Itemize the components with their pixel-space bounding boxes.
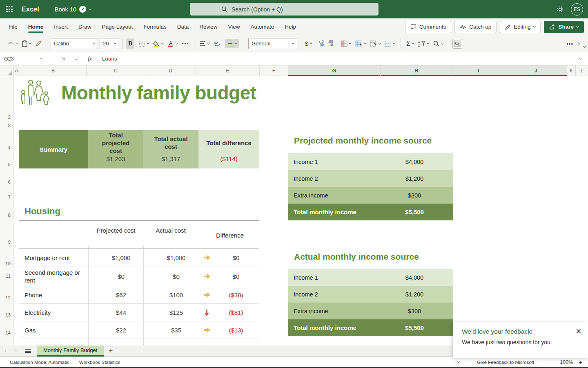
search-input[interactable]: Search (Option + Q) bbox=[190, 3, 379, 16]
column-header-j[interactable]: J bbox=[505, 65, 567, 76]
zoom-level[interactable]: 100% bbox=[560, 359, 573, 365]
income-row[interactable]: Income 1$4,000 bbox=[288, 153, 453, 170]
workbook-statistics-status[interactable]: Workbook Statistics bbox=[79, 360, 120, 365]
editing-mode-button[interactable]: Editing bbox=[500, 21, 541, 33]
sheet-canvas[interactable]: Monthly family budget Summary Total proj… bbox=[13, 76, 588, 346]
close-icon[interactable]: ✕ bbox=[576, 327, 581, 336]
comments-button[interactable]: Comments bbox=[405, 21, 451, 33]
summary-difference-cell[interactable]: Total difference ($114) bbox=[198, 130, 259, 168]
paste-button[interactable] bbox=[20, 39, 33, 49]
font-size-select[interactable]: 20 bbox=[100, 38, 119, 49]
income-total-row[interactable]: Total monthly income$5,500 bbox=[288, 319, 453, 336]
number-format-select[interactable]: General bbox=[248, 38, 297, 49]
tab-insert[interactable]: Insert bbox=[49, 18, 73, 35]
account-avatar[interactable]: ES bbox=[571, 3, 583, 16]
share-button[interactable]: Share bbox=[544, 21, 584, 33]
row-header-5[interactable]: 5 bbox=[8, 162, 11, 167]
name-box[interactable]: G23 bbox=[0, 52, 53, 65]
projected-income-table[interactable]: Income 1$4,000 Income 2$1,200 Extra inco… bbox=[288, 153, 453, 220]
row-header-14[interactable]: 14 bbox=[5, 330, 11, 335]
row-header-9[interactable]: 9 bbox=[8, 240, 11, 245]
tab-home[interactable]: Home bbox=[23, 18, 49, 35]
fill-color-button[interactable] bbox=[151, 39, 165, 49]
settings-gear-icon[interactable] bbox=[556, 5, 564, 13]
merge-center-button[interactable] bbox=[225, 39, 239, 48]
insert-table-button[interactable] bbox=[383, 39, 397, 49]
borders-button[interactable] bbox=[137, 39, 151, 49]
summary-actual-cell[interactable]: Total actual cost $1,317 bbox=[143, 130, 198, 168]
font-name-select[interactable]: Calibri bbox=[51, 38, 98, 49]
format-painter-button[interactable] bbox=[33, 39, 44, 49]
prev-sheet-icon[interactable] bbox=[4, 349, 7, 352]
row-header-7[interactable]: 7 bbox=[8, 195, 11, 200]
housing-row[interactable]: Gas $22 $35 ($13) bbox=[19, 321, 259, 339]
column-header-c[interactable]: C bbox=[87, 65, 145, 76]
row-header-4[interactable]: 4 bbox=[8, 145, 11, 150]
calculation-mode-status[interactable]: Calculation Mode: Automatic bbox=[10, 360, 69, 365]
alignment-button[interactable] bbox=[198, 39, 212, 48]
app-launcher-icon[interactable] bbox=[6, 6, 13, 13]
analyze-data-button[interactable] bbox=[452, 39, 462, 49]
row-header-3[interactable]: 3 bbox=[8, 123, 11, 128]
cancel-entry-icon[interactable]: ✕ bbox=[57, 56, 70, 62]
housing-heading[interactable]: Housing bbox=[24, 206, 60, 217]
find-button[interactable] bbox=[431, 39, 445, 49]
tab-file[interactable]: File bbox=[3, 18, 23, 35]
column-header-d[interactable]: D bbox=[145, 65, 196, 76]
tab-page-layout[interactable]: Page Layout bbox=[97, 18, 138, 35]
income-row[interactable]: Income 1$4,000 bbox=[288, 269, 453, 286]
summary-label-cell[interactable]: Summary bbox=[19, 130, 88, 168]
cell-styles-button[interactable] bbox=[368, 39, 383, 49]
column-header-e[interactable]: E bbox=[196, 65, 260, 76]
summary-table[interactable]: Summary Total projected cost $1,203 Tota… bbox=[19, 130, 259, 168]
sort-filter-button[interactable]: AZ bbox=[416, 39, 431, 49]
actual-income-table[interactable]: Income 1$4,000 Income 2$1,200 Extra inco… bbox=[288, 269, 453, 336]
tab-formulas[interactable]: Formulas bbox=[138, 18, 172, 35]
tab-review[interactable]: Review bbox=[194, 18, 223, 35]
ribbon-collapse-icon[interactable] bbox=[583, 45, 586, 47]
housing-row[interactable]: Mortgage or rent $1,000 $1,000 $0 bbox=[19, 248, 259, 267]
tab-draw[interactable]: Draw bbox=[73, 18, 97, 35]
row-header-12[interactable]: 12 bbox=[5, 295, 11, 300]
column-header-b[interactable]: B bbox=[20, 65, 87, 76]
row-header-8[interactable]: 8 bbox=[8, 213, 11, 218]
undo-button[interactable] bbox=[6, 39, 20, 48]
income-row[interactable]: Extra income$300 bbox=[288, 187, 453, 204]
font-more-button[interactable]: ⋯ bbox=[180, 38, 191, 49]
income-row[interactable]: Income 2$1,200 bbox=[288, 170, 453, 187]
column-header-k[interactable]: K bbox=[567, 65, 576, 76]
projected-income-heading[interactable]: Projected monthly income source bbox=[294, 136, 432, 146]
ribbon-overflow-icon[interactable]: ⋯ bbox=[566, 40, 573, 48]
add-sheet-button[interactable]: + bbox=[109, 347, 113, 355]
catch-up-button[interactable]: Catch up bbox=[454, 21, 497, 33]
row-header-10[interactable]: 10 bbox=[5, 261, 11, 266]
housing-row[interactable]: Second mortgage or rent $0 $0 $0 bbox=[19, 267, 259, 286]
row-header-6[interactable]: 6 bbox=[8, 180, 11, 184]
workbook-name[interactable]: Book 10 bbox=[55, 6, 91, 13]
increase-decimal-button[interactable]: ←0.00 bbox=[316, 39, 326, 49]
housing-row[interactable]: Electricity $44 $125 ($81) bbox=[19, 303, 259, 321]
give-feedback-link[interactable]: Give Feedback to Microsoft bbox=[477, 360, 534, 365]
formula-bar-expand-icon[interactable] bbox=[579, 57, 582, 60]
next-sheet-icon[interactable] bbox=[14, 349, 17, 352]
insert-function-icon[interactable]: fx bbox=[83, 56, 96, 62]
row-header-11[interactable]: 11 bbox=[6, 274, 11, 278]
confirm-entry-icon[interactable]: ✓ bbox=[70, 56, 83, 62]
status-options-chevron-icon[interactable] bbox=[457, 360, 460, 363]
formula-input[interactable]: Loans bbox=[102, 56, 579, 62]
income-row[interactable]: Extra income$300 bbox=[288, 303, 453, 319]
column-header-a[interactable]: A bbox=[13, 65, 20, 76]
tab-data[interactable]: Data bbox=[172, 18, 194, 35]
housing-row[interactable]: Phone $62 $100 ($38) bbox=[19, 286, 259, 303]
conditional-formatting-button[interactable] bbox=[339, 39, 353, 49]
income-total-row[interactable]: Total monthly income$5,500 bbox=[288, 204, 453, 220]
ribbon-expand-icon[interactable] bbox=[577, 42, 580, 45]
tab-view[interactable]: View bbox=[223, 18, 245, 35]
row-header-2[interactable]: 2 bbox=[8, 114, 11, 119]
income-row[interactable]: Income 2$1,200 bbox=[288, 286, 453, 303]
column-header-l[interactable]: L bbox=[576, 65, 588, 76]
font-color-button[interactable]: A bbox=[165, 39, 180, 49]
decrease-decimal-button[interactable]: .00→0 bbox=[326, 39, 335, 49]
column-header-i[interactable]: I bbox=[452, 65, 505, 76]
actual-income-heading[interactable]: Actual monthly income source bbox=[294, 252, 419, 262]
